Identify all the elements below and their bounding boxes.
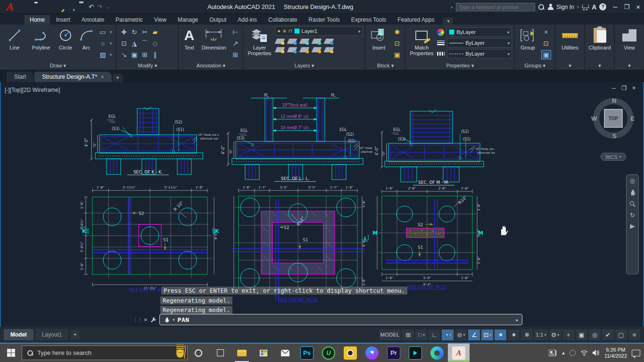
photoshop-button[interactable]: Ps bbox=[296, 344, 318, 362]
command-customize-wrench-icon[interactable] bbox=[150, 316, 157, 323]
group-edit-icon[interactable]: ⊡ bbox=[544, 40, 549, 47]
tab-manage[interactable]: Manage bbox=[173, 15, 203, 25]
layer-thaw-all-icon[interactable] bbox=[299, 47, 310, 52]
screen-recorder-button[interactable] bbox=[405, 344, 426, 362]
minimize-button[interactable]: ─ bbox=[613, 3, 617, 10]
new-layout-button[interactable]: + bbox=[70, 330, 80, 339]
quick-properties-toggle[interactable]: ▣ bbox=[576, 329, 587, 340]
driver-booster-button[interactable] bbox=[339, 344, 361, 362]
autocad-taskbar-button[interactable]: A bbox=[448, 344, 470, 362]
panel-block-label[interactable]: Block ▾ bbox=[366, 61, 405, 70]
layer-on-all-icon[interactable] bbox=[275, 47, 285, 52]
isodraft-toggle[interactable]: ⊘▾ bbox=[455, 329, 467, 340]
dwg-restore-icon[interactable]: ❐ bbox=[621, 85, 627, 91]
grid-toggle[interactable]: ⊞ bbox=[402, 329, 414, 340]
dwg-minimize-icon[interactable]: ─ bbox=[612, 85, 616, 91]
trim-icon[interactable]: ✂ bbox=[142, 28, 148, 36]
view-button[interactable]: View bbox=[617, 26, 642, 50]
erase-icon[interactable]: ▰ bbox=[153, 28, 158, 36]
hatch-icon[interactable]: ▨ bbox=[99, 51, 106, 58]
compass-south[interactable]: S bbox=[612, 132, 617, 140]
compass-east[interactable]: E bbox=[630, 115, 635, 122]
table-icon[interactable]: ⊞ bbox=[233, 51, 239, 58]
layer-isolate-icon[interactable] bbox=[287, 39, 297, 44]
layer-freeze-icon[interactable] bbox=[299, 39, 310, 44]
layer-off-icon[interactable] bbox=[275, 39, 285, 44]
iobit-uninstaller-button[interactable]: U bbox=[318, 344, 339, 362]
panel-draw-label[interactable]: Draw ▾ bbox=[0, 61, 116, 70]
object-snap-tracking-toggle[interactable]: ∠ bbox=[468, 329, 480, 340]
taskbar-clock[interactable]: 6:26 PM 11/4/2022 bbox=[604, 347, 627, 359]
snap-toggle[interactable]: ∷▾ bbox=[415, 329, 427, 340]
wifi-icon[interactable] bbox=[580, 350, 588, 356]
sign-in-button[interactable]: Sign In bbox=[556, 4, 574, 10]
text-button[interactable]: A Text bbox=[181, 26, 197, 50]
redo-icon[interactable]: ↷ bbox=[97, 3, 102, 11]
customization-menu-button[interactable]: ≡ bbox=[628, 329, 640, 340]
autoscale-toggle[interactable]: ✷ bbox=[508, 329, 520, 340]
dynamic-input-toggle[interactable]: ⊡▾ bbox=[481, 329, 493, 340]
panel-layers-label[interactable]: Layers ▾ bbox=[244, 61, 364, 70]
linetype-select[interactable]: ByLayer▾ bbox=[447, 49, 512, 58]
onedrive-sync-icon[interactable] bbox=[570, 350, 576, 356]
rectangle-icon[interactable]: ▭ bbox=[99, 28, 106, 36]
infocenter-collapse-icon[interactable]: ▸ bbox=[451, 3, 454, 11]
file-tab-document[interactable]: Structure Design-A.T*× bbox=[34, 72, 111, 82]
tab-home[interactable]: Home bbox=[25, 15, 50, 25]
layer-on-icon[interactable]: ● bbox=[277, 27, 280, 35]
match-properties-button[interactable]: Match Properties bbox=[408, 26, 435, 56]
command-grip-handle[interactable]: ⋮⋮ bbox=[133, 317, 141, 323]
help-icon[interactable]: ? bbox=[599, 3, 606, 10]
keyword-search-input[interactable] bbox=[456, 3, 535, 11]
layer-color-swatch[interactable] bbox=[294, 28, 300, 34]
panel-annotation-label[interactable]: Annotation ▾ bbox=[179, 61, 242, 70]
volume-icon[interactable] bbox=[593, 350, 600, 356]
plot-icon[interactable] bbox=[78, 3, 85, 11]
linetype-icon[interactable] bbox=[437, 52, 445, 56]
panel-clipboard-label[interactable]: ▾ bbox=[586, 61, 614, 70]
tab-collaborate[interactable]: Collaborate bbox=[263, 15, 302, 25]
layer-unlock-icon[interactable]: ⊓ bbox=[289, 27, 292, 35]
leader-icon[interactable]: ↗ bbox=[233, 40, 239, 47]
ellipse-caret-icon[interactable]: ▾ bbox=[110, 40, 112, 47]
save-icon[interactable] bbox=[45, 3, 53, 11]
microsoft-store-button[interactable] bbox=[253, 344, 274, 362]
undo-icon[interactable]: ↶ bbox=[89, 3, 94, 11]
autocad-logo-icon[interactable]: A bbox=[3, 1, 17, 13]
panel-groups-label[interactable]: Groups ▾ bbox=[515, 61, 554, 70]
tab-insert[interactable]: Insert bbox=[51, 15, 75, 25]
close-button[interactable]: × bbox=[636, 3, 640, 11]
autodesk-app-icon[interactable]: A bbox=[592, 3, 596, 11]
edge-button[interactable] bbox=[426, 344, 448, 362]
annotation-scale-icon[interactable]: ✵ bbox=[521, 329, 533, 340]
circle-button[interactable]: Circle bbox=[55, 26, 76, 50]
lineweight-select[interactable]: ByLayer▾ bbox=[447, 38, 512, 48]
edit-attributes-icon[interactable]: ▣ bbox=[394, 51, 400, 58]
dwg-close-icon[interactable]: × bbox=[632, 85, 636, 91]
layer-unisolate-icon[interactable] bbox=[287, 47, 297, 52]
polar-tracking-toggle[interactable]: ◔▾ bbox=[442, 329, 454, 340]
signin-caret-icon[interactable]: ▾ bbox=[577, 3, 579, 11]
tab-annotate[interactable]: Annotate bbox=[76, 15, 109, 25]
model-space-button[interactable]: MODEL bbox=[379, 329, 401, 340]
arc-button[interactable]: Arc bbox=[78, 26, 95, 50]
new-drawing-tab-button[interactable]: + bbox=[113, 74, 123, 82]
array-icon[interactable]: ⊞ bbox=[142, 51, 148, 58]
scale-icon[interactable]: ▣ bbox=[131, 51, 137, 58]
command-input[interactable]: ▾ PAN ▴ bbox=[159, 314, 522, 325]
tab-output[interactable]: Output bbox=[204, 15, 231, 25]
start-button[interactable] bbox=[0, 344, 22, 362]
rectangle-caret-icon[interactable]: ▾ bbox=[110, 28, 112, 36]
create-block-icon[interactable]: ✱ bbox=[395, 28, 400, 36]
move-icon[interactable]: ✚ bbox=[121, 28, 127, 36]
edit-block-icon[interactable]: ⊡ bbox=[395, 40, 400, 47]
open-from-mobile-icon[interactable] bbox=[67, 3, 74, 11]
file-tab-close-icon[interactable]: × bbox=[101, 74, 104, 80]
polyline-button[interactable]: Polyline bbox=[29, 26, 53, 50]
panel-utilities-label[interactable]: ▾ bbox=[556, 61, 584, 70]
stretch-icon[interactable]: ↘ bbox=[121, 51, 127, 58]
dimension-button[interactable]: Dimension bbox=[199, 26, 228, 50]
explode-icon[interactable]: ◇ bbox=[153, 40, 158, 47]
mail-button[interactable] bbox=[274, 344, 296, 362]
tab-raster-tools[interactable]: Raster Tools bbox=[303, 15, 345, 25]
